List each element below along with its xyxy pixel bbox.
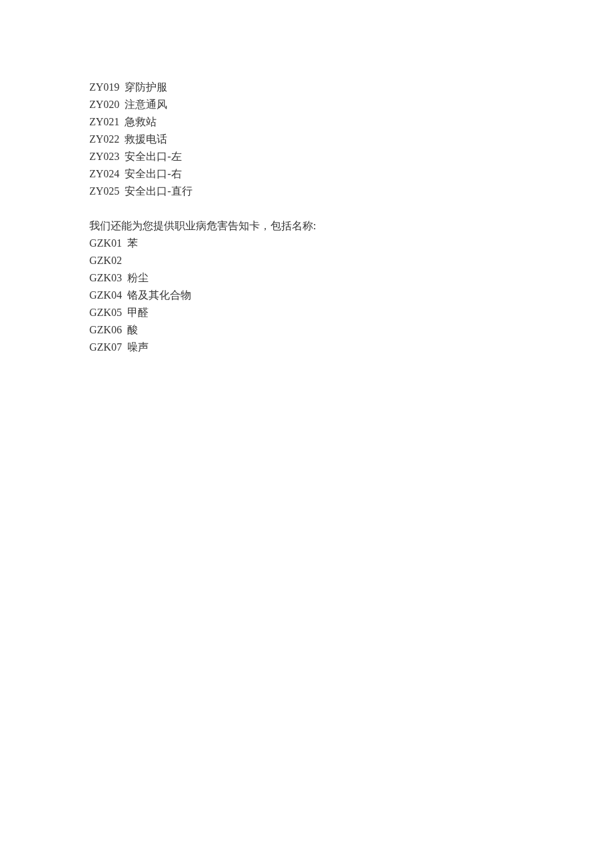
item-code: ZY021	[89, 113, 119, 131]
list-item: GZK03 粉尘	[89, 269, 613, 287]
item-code: GZK02	[89, 252, 122, 269]
list-item: ZY024 安全出口-右	[89, 165, 613, 183]
list-item: GZK07 噪声	[89, 339, 613, 356]
item-code: ZY022	[89, 131, 119, 148]
item-label: 穿防护服	[125, 81, 167, 93]
list-item: ZY019 穿防护服	[89, 79, 613, 96]
item-code: GZK04	[89, 287, 122, 304]
list-item: GZK01 苯	[89, 235, 613, 252]
list-item: GZK04 铬及其化合物	[89, 287, 613, 304]
item-label: 安全出口-左	[125, 151, 181, 162]
item-label: 安全出口-右	[125, 168, 181, 179]
item-label: 铬及其化合物	[127, 289, 191, 301]
item-label: 苯	[127, 237, 138, 249]
item-label: 甲醛	[127, 307, 149, 318]
item-code: ZY025	[89, 183, 119, 200]
list-item: ZY021 急救站	[89, 113, 613, 131]
item-code: GZK05	[89, 304, 122, 321]
item-code: ZY023	[89, 148, 119, 165]
item-code: GZK01	[89, 235, 122, 252]
list-item: ZY020 注意通风	[89, 96, 613, 113]
item-code: ZY024	[89, 165, 119, 183]
blank-line	[89, 200, 613, 217]
item-code: ZY019	[89, 79, 119, 96]
list-item: ZY023 安全出口-左	[89, 148, 613, 165]
intro-text: 我们还能为您提供职业病危害告知卡，包括名称:	[89, 217, 613, 235]
document-content: ZY019 穿防护服 ZY020 注意通风 ZY021 急救站 ZY022 救援…	[89, 79, 613, 356]
item-label: 急救站	[125, 116, 157, 127]
item-code: ZY020	[89, 96, 119, 113]
list-item: GZK05 甲醛	[89, 304, 613, 321]
list-item: ZY025 安全出口-直行	[89, 183, 613, 200]
item-code: GZK03	[89, 269, 122, 287]
item-label: 酸	[127, 324, 138, 335]
item-code: GZK06	[89, 321, 122, 339]
list-item: GZK02	[89, 252, 613, 269]
item-label: 注意通风	[125, 99, 167, 110]
item-label: 安全出口-直行	[125, 185, 192, 197]
list-item: ZY022 救援电话	[89, 131, 613, 148]
item-label: 噪声	[127, 341, 149, 353]
item-label: 救援电话	[125, 133, 167, 145]
list-item: GZK06 酸	[89, 321, 613, 339]
item-code: GZK07	[89, 339, 122, 356]
item-label: 粉尘	[127, 272, 149, 283]
